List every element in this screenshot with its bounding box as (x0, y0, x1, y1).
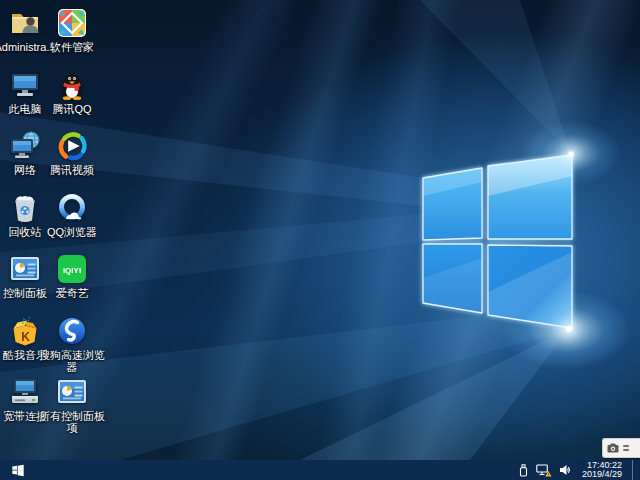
desktop-icon-label: 网络 (14, 164, 36, 176)
sogou-browser-icon (55, 314, 89, 348)
taskbar: 17:40:22 2019/4/29 (0, 460, 640, 480)
broadband-icon (8, 375, 42, 409)
desktop-icon-iqiyi[interactable]: iQIYI 爱奇艺 (38, 252, 106, 299)
desktop-icon-label: 软件管家 (50, 41, 94, 53)
windows-logo-icon (11, 463, 25, 477)
clock-date: 2019/4/29 (582, 470, 622, 480)
taskbar-clock[interactable]: 17:40:22 2019/4/29 (579, 461, 625, 480)
capture-widget[interactable] (602, 438, 640, 458)
system-tray: 17:40:22 2019/4/29 (518, 460, 640, 480)
computer-icon (8, 68, 42, 102)
iqiyi-icon: iQIYI (55, 252, 89, 286)
show-desktop-button[interactable] (632, 460, 637, 480)
camera-icon[interactable] (607, 443, 619, 453)
tencent-video-icon (55, 129, 89, 163)
usb-device-icon[interactable] (518, 460, 529, 480)
user-folder-icon (8, 6, 42, 40)
qq-penguin-icon (55, 68, 89, 102)
desktop-icon-sogou-browser[interactable]: 搜狗高速浏览器 (38, 314, 106, 373)
desktop-icon-label: 腾讯视频 (50, 164, 94, 176)
menu-lines-icon[interactable] (623, 445, 629, 451)
desktop-icon-label: 回收站 (9, 226, 42, 238)
desktop-icon-tencent-qq[interactable]: 腾讯QQ (38, 68, 106, 115)
software-manager-icon (55, 6, 89, 40)
volume-icon[interactable] (559, 460, 572, 480)
desktop-icon-software-manager[interactable]: 软件管家 (38, 6, 106, 53)
desktop-icon-label: QQ浏览器 (47, 226, 97, 238)
desktop-icon-label: 此电脑 (9, 103, 42, 115)
svg-text:K: K (21, 330, 30, 344)
start-button[interactable] (0, 460, 36, 480)
desktop-icon-qq-browser[interactable]: QQ浏览器 (38, 191, 106, 238)
taskbar-empty-area[interactable] (36, 460, 518, 480)
desktop-icon-label: 爱奇艺 (56, 287, 89, 299)
desktop-icon-label: 搜狗高速浏览器 (38, 349, 106, 373)
network-warning-icon[interactable] (536, 460, 552, 480)
desktop-wallpaper[interactable]: Administra... 软件管家 此电脑 腾讯QQ 网络 腾讯视频 回收站 … (0, 0, 640, 460)
control-panel-icon (8, 252, 42, 286)
recycle-bin-icon (8, 191, 42, 225)
kuwo-music-icon: K♪♪ (8, 314, 42, 348)
desktop-icon-label: 所有控制面板项 (38, 410, 106, 434)
control-panel-icon (55, 375, 89, 409)
qq-browser-icon (55, 191, 89, 225)
network-globe-icon (8, 129, 42, 163)
svg-text:iQIYI: iQIYI (63, 266, 81, 275)
desktop-icon-all-control-panel[interactable]: 所有控制面板项 (38, 375, 106, 434)
svg-text:♪: ♪ (21, 317, 26, 326)
desktop-icon-label: 腾讯QQ (52, 103, 91, 115)
svg-text:♪: ♪ (27, 315, 31, 322)
desktop-icon-tencent-video[interactable]: 腾讯视频 (38, 129, 106, 176)
